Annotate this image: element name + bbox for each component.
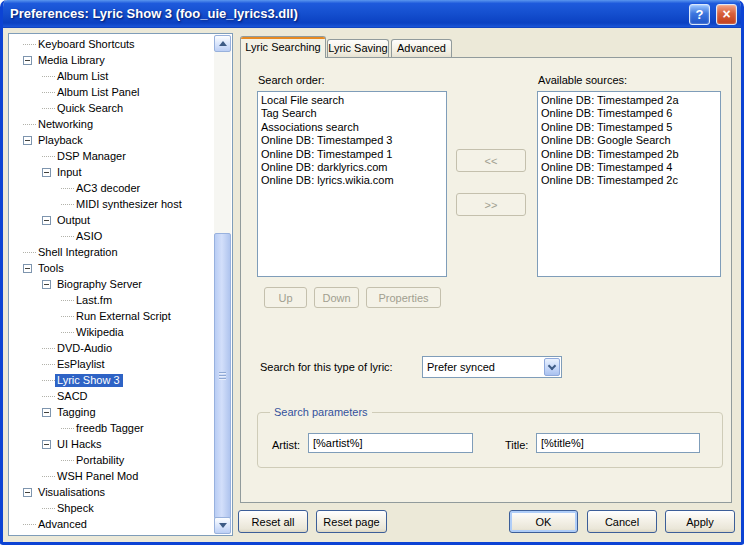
tree-item-output[interactable]: Output: [9, 212, 214, 228]
tree-item-album-list[interactable]: Album List: [9, 68, 214, 84]
tree-connector: [42, 396, 55, 397]
tree-item-freedb-tagger[interactable]: freedb Tagger: [9, 420, 214, 436]
lyric-searching-panel: Search order: Available sources: Local F…: [240, 57, 732, 503]
tree-item-label: Album List Panel: [55, 86, 143, 99]
tree-collapse-icon[interactable]: [23, 488, 32, 497]
tree-connector: [23, 524, 36, 525]
tree-collapse-icon[interactable]: [42, 216, 51, 225]
lyric-type-select[interactable]: Prefer synced: [422, 356, 562, 378]
list-item-online-db-lyrics-wikia-com[interactable]: Online DB: lyrics.wikia.com: [261, 174, 446, 187]
tree-item-media-library[interactable]: Media Library: [9, 52, 214, 68]
list-item-tag-search[interactable]: Tag Search: [261, 107, 446, 120]
artist-field[interactable]: [308, 433, 473, 453]
title-field[interactable]: [536, 433, 700, 453]
tree-collapse-icon[interactable]: [23, 136, 32, 145]
tree-collapse-icon[interactable]: [23, 56, 32, 65]
tree-item-asio[interactable]: ASIO: [9, 228, 214, 244]
list-item-online-db-timestamped-3[interactable]: Online DB: Timestamped 3: [261, 134, 446, 147]
tree-item-biography-server[interactable]: Biography Server: [9, 276, 214, 292]
reset-all-button[interactable]: Reset all: [238, 510, 308, 533]
tree-item-label: SACD: [55, 390, 91, 403]
down-button[interactable]: Down: [314, 287, 359, 308]
tree-item-visualisations[interactable]: Visualisations: [9, 484, 214, 500]
search-order-listbox[interactable]: Local File searchTag SearchAssociations …: [257, 91, 447, 277]
tree-collapse-icon[interactable]: [42, 280, 51, 289]
scroll-down-button[interactable]: [214, 517, 231, 534]
properties-button[interactable]: Properties: [366, 287, 441, 308]
list-item-local-file-search[interactable]: Local File search: [261, 94, 446, 107]
tree-item-keyboard-shortcuts[interactable]: Keyboard Shortcuts: [9, 36, 214, 52]
list-item-online-db-timestamped-2a[interactable]: Online DB: Timestamped 2a: [541, 94, 720, 107]
apply-button[interactable]: Apply: [665, 510, 735, 533]
tree-connector: [42, 380, 55, 381]
list-item-online-db-timestamped-6[interactable]: Online DB: Timestamped 6: [541, 107, 720, 120]
list-item-online-db-google-search[interactable]: Online DB: Google Search: [541, 134, 720, 147]
tree-item-ac3-decoder[interactable]: AC3 decoder: [9, 180, 214, 196]
preferences-tree: Keyboard ShortcutsMedia LibraryAlbum Lis…: [8, 33, 233, 536]
tree-item-portability[interactable]: Portability: [9, 452, 214, 468]
tab-advanced[interactable]: Advanced: [391, 39, 452, 57]
move-to-available-button[interactable]: >>: [456, 193, 526, 216]
scrollbar-thumb[interactable]: [214, 233, 231, 519]
tree-item-label: WSH Panel Mod: [55, 470, 141, 483]
list-item-online-db-timestamped-2c[interactable]: Online DB: Timestamped 2c: [541, 174, 720, 187]
tree-item-lyric-show-3[interactable]: Lyric Show 3: [9, 372, 214, 388]
tree-item-run-external-script[interactable]: Run External Script: [9, 308, 214, 324]
move-to-order-button[interactable]: <<: [456, 149, 526, 172]
tree-scrollbar[interactable]: [214, 35, 231, 534]
tree-item-esplaylist[interactable]: EsPlaylist: [9, 356, 214, 372]
ok-button[interactable]: OK: [509, 510, 578, 533]
tree-item-shpeck[interactable]: Shpeck: [9, 500, 214, 516]
tree-item-label: Shell Integration: [36, 246, 121, 259]
tree-connector: [61, 460, 74, 461]
list-item-online-db-timestamped-5[interactable]: Online DB: Timestamped 5: [541, 121, 720, 134]
tree-item-input[interactable]: Input: [9, 164, 214, 180]
tree-item-last-fm[interactable]: Last.fm: [9, 292, 214, 308]
tree-connector: [61, 204, 74, 205]
tree-collapse-icon[interactable]: [42, 408, 51, 417]
tree-collapse-icon[interactable]: [23, 264, 32, 273]
list-item-online-db-darklyrics-com[interactable]: Online DB: darklyrics.com: [261, 161, 446, 174]
tree-connector: [42, 348, 55, 349]
close-icon[interactable]: ×: [716, 4, 737, 25]
tab-lyric-searching[interactable]: Lyric Searching: [240, 36, 326, 58]
tree-item-ui-hacks[interactable]: UI Hacks: [9, 436, 214, 452]
tree-item-label: Wikipedia: [74, 326, 127, 339]
search-parameters-title: Search parameters: [270, 406, 372, 418]
tree-collapse-icon[interactable]: [42, 168, 51, 177]
tree-connector: [42, 364, 55, 365]
tree-item-album-list-panel[interactable]: Album List Panel: [9, 84, 214, 100]
list-item-online-db-timestamped-2b[interactable]: Online DB: Timestamped 2b: [541, 148, 720, 161]
tree-item-dvd-audio[interactable]: DVD-Audio: [9, 340, 214, 356]
reset-page-button[interactable]: Reset page: [316, 510, 387, 533]
tree-item-tagging[interactable]: Tagging: [9, 404, 214, 420]
titlebar[interactable]: Preferences: Lyric Show 3 (foo_uie_lyric…: [0, 0, 744, 28]
tree-connector: [23, 124, 36, 125]
tree-item-advanced[interactable]: Advanced: [9, 516, 214, 532]
tree-item-sacd[interactable]: SACD: [9, 388, 214, 404]
list-item-online-db-timestamped-4[interactable]: Online DB: Timestamped 4: [541, 161, 720, 174]
tab-lyric-saving[interactable]: Lyric Saving: [327, 39, 389, 57]
tree-item-networking[interactable]: Networking: [9, 116, 214, 132]
tree-item-wsh-panel-mod[interactable]: WSH Panel Mod: [9, 468, 214, 484]
tree-item-tools[interactable]: Tools: [9, 260, 214, 276]
title-label: Title:: [505, 439, 528, 451]
up-button[interactable]: Up: [264, 287, 307, 308]
search-order-label: Search order:: [258, 74, 325, 86]
combo-dropdown-button[interactable]: [544, 358, 560, 376]
list-item-associations-search[interactable]: Associations search: [261, 121, 446, 134]
tree-collapse-icon[interactable]: [42, 440, 51, 449]
available-sources-listbox[interactable]: Online DB: Timestamped 2aOnline DB: Time…: [537, 91, 721, 277]
tree-item-quick-search[interactable]: Quick Search: [9, 100, 214, 116]
tree-item-wikipedia[interactable]: Wikipedia: [9, 324, 214, 340]
help-icon[interactable]: ?: [689, 4, 710, 25]
tree-item-shell-integration[interactable]: Shell Integration: [9, 244, 214, 260]
list-item-online-db-timestamped-1[interactable]: Online DB: Timestamped 1: [261, 148, 446, 161]
tree-item-label: Run External Script: [74, 310, 174, 323]
tree-item-dsp-manager[interactable]: DSP Manager: [9, 148, 214, 164]
cancel-button[interactable]: Cancel: [587, 510, 657, 533]
tree-item-label: Album List: [55, 70, 111, 83]
scroll-up-button[interactable]: [214, 35, 231, 52]
tree-item-playback[interactable]: Playback: [9, 132, 214, 148]
tree-item-midi-synthesizer-host[interactable]: MIDI synthesizer host: [9, 196, 214, 212]
